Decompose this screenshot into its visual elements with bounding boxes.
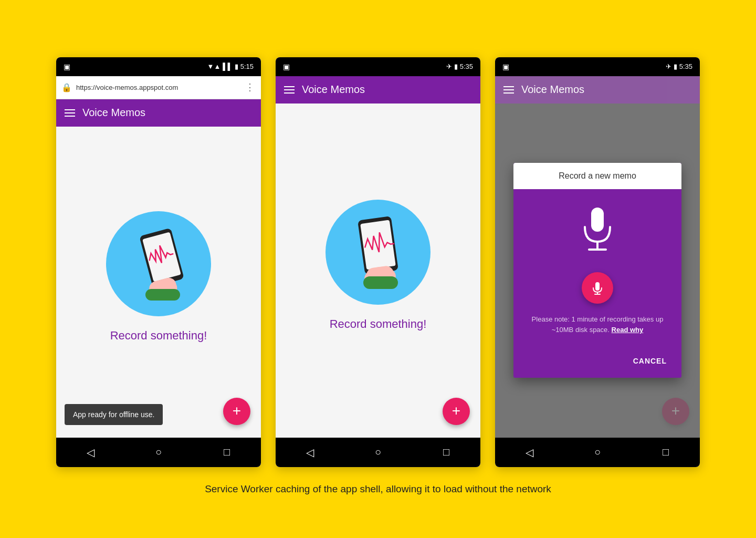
- app-content-3: Record a new memo: [495, 104, 700, 438]
- recent-button-1[interactable]: □: [216, 442, 237, 463]
- plus-icon-2: +: [452, 404, 460, 418]
- record-label-2: Record something!: [330, 317, 427, 331]
- lock-icon: 🔒: [61, 82, 72, 92]
- phone-1: ▣ ▼▲ ▌▌ ▮ 5:15 🔒 https://voice-memos.app…: [56, 57, 261, 467]
- app-title-2: Voice Memos: [302, 84, 365, 96]
- status-time-2: 5:35: [460, 63, 473, 70]
- dialog-note: Please note: 1 minute of recording takes…: [524, 314, 671, 335]
- recent-button-2[interactable]: □: [436, 442, 457, 463]
- dialog-actions: CANCEL: [513, 348, 681, 378]
- phone-illustration-1: [106, 211, 211, 316]
- battery-icon-2: ▮: [454, 63, 458, 70]
- bottom-nav-2: ◁ ○ □: [276, 438, 480, 467]
- read-why-link[interactable]: Read why: [612, 326, 644, 334]
- airplane-icon-3: ✈: [666, 63, 671, 70]
- battery-icon: ▮: [235, 63, 238, 70]
- phones-container: ▣ ▼▲ ▌▌ ▮ 5:15 🔒 https://voice-memos.app…: [56, 57, 700, 467]
- svg-rect-1: [142, 232, 181, 282]
- app-bar-3: Voice Memos: [495, 76, 700, 104]
- dialog-body: Please note: 1 minute of recording takes…: [513, 189, 681, 348]
- status-time-1: 5:15: [240, 63, 254, 70]
- phone-icon-3: ▣: [502, 63, 509, 71]
- recent-button-3[interactable]: □: [655, 442, 676, 463]
- svg-rect-4: [145, 289, 180, 301]
- dialog-overlay: Record a new memo: [495, 104, 700, 438]
- back-button-3[interactable]: ◁: [519, 442, 540, 463]
- dialog-title: Record a new memo: [513, 163, 681, 189]
- record-label-1: Record something!: [110, 329, 207, 343]
- app-bar-2: Voice Memos: [276, 76, 480, 104]
- back-button-1[interactable]: ◁: [80, 442, 101, 463]
- app-bar-1: Voice Memos: [56, 99, 261, 127]
- fab-1[interactable]: +: [223, 398, 250, 425]
- mic-large-icon: [576, 205, 618, 260]
- hamburger-menu-3: [503, 86, 514, 94]
- snackbar-text-1: App ready for offline use.: [73, 410, 154, 419]
- fab-2[interactable]: +: [443, 398, 470, 425]
- plus-icon-1: +: [233, 404, 241, 418]
- airplane-icon-2: ✈: [446, 63, 452, 70]
- status-bar-3: ▣ ✈ ▮ 5:35: [495, 57, 700, 76]
- app-title-1: Voice Memos: [82, 107, 145, 119]
- svg-rect-13: [595, 282, 600, 291]
- status-bar-2: ▣ ✈ ▮ 5:35: [276, 57, 480, 76]
- app-content-2: Record something! +: [276, 104, 480, 438]
- phone-illustration-2: [326, 200, 430, 305]
- status-bar-1: ▣ ▼▲ ▌▌ ▮ 5:15: [56, 57, 261, 76]
- hamburger-menu-2[interactable]: [284, 86, 295, 94]
- record-dialog: Record a new memo: [513, 163, 681, 378]
- phone-icon: ▣: [64, 63, 70, 71]
- back-button-2[interactable]: ◁: [299, 442, 320, 463]
- phone-icon-2: ▣: [283, 63, 290, 71]
- app-title-3: Voice Memos: [521, 84, 584, 96]
- wifi-signal-icon: ▼▲: [207, 63, 221, 70]
- snackbar-1: App ready for offline use.: [65, 404, 163, 425]
- url-text: https://voice-memos.appspot.com: [76, 84, 241, 91]
- battery-icon-3: ▮: [674, 63, 677, 70]
- home-button-2[interactable]: ○: [368, 442, 388, 463]
- home-button-1[interactable]: ○: [148, 442, 169, 463]
- phone-3: ▣ ✈ ▮ 5:35 Voice Memos Record a new memo: [495, 57, 700, 467]
- svg-rect-9: [363, 276, 398, 289]
- more-options-icon[interactable]: ⋮: [245, 81, 256, 93]
- phone-2: ▣ ✈ ▮ 5:35 Voice Memos: [276, 57, 480, 467]
- signal-bars-icon: ▌▌: [223, 63, 232, 70]
- chrome-address-bar[interactable]: 🔒 https://voice-memos.appspot.com ⋮: [56, 76, 261, 99]
- record-button[interactable]: [582, 272, 613, 304]
- cancel-button[interactable]: CANCEL: [627, 353, 673, 369]
- status-time-3: 5:35: [679, 63, 692, 70]
- caption: Service Worker caching of the app shell,…: [205, 482, 551, 497]
- svg-rect-10: [591, 208, 604, 232]
- app-content-1: Record something! App ready for offline …: [56, 127, 261, 438]
- bottom-nav-3: ◁ ○ □: [495, 438, 700, 467]
- hamburger-menu-1[interactable]: [65, 109, 75, 117]
- home-button-3[interactable]: ○: [587, 442, 608, 463]
- bottom-nav-1: ◁ ○ □: [56, 438, 261, 467]
